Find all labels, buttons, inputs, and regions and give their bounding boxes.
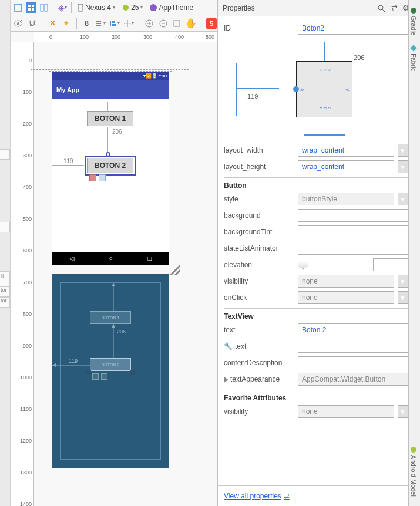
- default-margin[interactable]: 8: [82, 18, 92, 29]
- orientation-btn[interactable]: ◈▾: [57, 2, 68, 13]
- svg-point-32: [378, 5, 383, 10]
- constraint-box[interactable]: ⌄⌄⌄ ⌃⌃⌃ ››› ‹‹‹: [296, 61, 352, 117]
- bp-handle-r[interactable]: [130, 370, 135, 375]
- textappearance-input[interactable]: [298, 373, 411, 386]
- properties-header: Properties ⇄ ⚙▾ −: [218, 0, 420, 16]
- svg-point-34: [411, 8, 416, 14]
- layout-width-label: layout_width: [224, 146, 294, 154]
- blueprint-body[interactable]: BOTON 1 BOTON 2 206 119: [60, 282, 161, 460]
- bp-button1[interactable]: BOTON 1: [90, 311, 131, 324]
- nav-bar: ◁○□: [52, 252, 169, 265]
- zoom-fit-icon[interactable]: [172, 18, 183, 29]
- design-surface[interactable]: ▾📶🔋 7:00 My App BOTON 1 206 119 BOTON 2: [34, 42, 217, 506]
- layout-height-dropdown[interactable]: ▼: [398, 160, 408, 173]
- layout-height-label: layout_height: [224, 163, 294, 171]
- fav-visibility-dropdown[interactable]: ▼: [398, 405, 408, 418]
- elevation-input[interactable]: [373, 258, 408, 271]
- background-label: background: [224, 211, 294, 220]
- elevation-label: elevation: [224, 261, 294, 269]
- swap-icon[interactable]: ⇄: [389, 4, 399, 13]
- style-input[interactable]: [298, 193, 394, 205]
- fav-visibility-label: visibility: [224, 407, 294, 416]
- guidelines-icon[interactable]: ▾: [123, 18, 134, 29]
- svg-line-10: [15, 20, 22, 27]
- visibility-label: visibility: [224, 277, 294, 285]
- align-icon[interactable]: ▾: [109, 18, 120, 29]
- background-input[interactable]: [298, 209, 408, 222]
- contentdesc-input[interactable]: [298, 356, 408, 369]
- bp-warning-icon[interactable]: [92, 373, 99, 380]
- info-icon[interactable]: [99, 174, 106, 181]
- device-selector[interactable]: Nexus 4▾: [75, 4, 117, 12]
- fav-visibility-input[interactable]: [298, 405, 394, 418]
- bp-vmeasure: 206: [117, 329, 126, 335]
- infer-constraints-icon[interactable]: ✦: [61, 18, 72, 29]
- svg-marker-27: [112, 283, 115, 286]
- id-input[interactable]: [298, 22, 420, 35]
- properties-title: Properties: [223, 4, 255, 12]
- text2-input[interactable]: [298, 340, 408, 353]
- zoom-in-icon[interactable]: [144, 18, 154, 29]
- device-preview: ▾📶🔋 7:00 My App BOTON 1 206 119 BOTON 2: [52, 72, 169, 265]
- resize-handle-icon[interactable]: [169, 265, 180, 275]
- elevation-slider-thumb[interactable]: [298, 261, 308, 269]
- style-dropdown[interactable]: ▼: [398, 193, 408, 205]
- clear-constraints-icon[interactable]: ✕: [47, 18, 58, 29]
- svg-marker-29: [112, 324, 115, 328]
- selection-handle-top[interactable]: [106, 152, 110, 157]
- bp-handle-l[interactable]: [86, 370, 91, 375]
- visibility-dropdown[interactable]: ▼: [398, 275, 408, 288]
- layout-width-input[interactable]: [298, 144, 394, 157]
- onclick-dropdown[interactable]: ▼: [398, 291, 408, 304]
- cutoff-panel-e: tor: [0, 297, 10, 308]
- android-model-tab[interactable]: Android Model: [409, 441, 418, 501]
- device-body[interactable]: BOTON 1 206 119 BOTON 2: [52, 99, 169, 252]
- right-tool-tabs: Gradle Fabric Android Model: [408, 0, 420, 506]
- api-level: 25: [131, 4, 139, 12]
- section-textview: TextView: [224, 308, 420, 322]
- status-time: 7:00: [157, 73, 167, 79]
- bp-button2[interactable]: BOTON 2: [90, 358, 131, 371]
- section-button: Button: [224, 177, 420, 191]
- text-input[interactable]: [298, 323, 408, 336]
- both-view-btn[interactable]: [39, 2, 49, 13]
- button1-preview[interactable]: BOTON 1: [87, 111, 133, 126]
- svg-rect-7: [78, 4, 83, 11]
- pan-icon[interactable]: ✋: [186, 18, 196, 29]
- onclick-input[interactable]: [298, 291, 394, 304]
- view-all-properties-link[interactable]: View all properties⇄: [218, 485, 420, 506]
- layout-height-input[interactable]: [298, 160, 394, 173]
- left-gutter: [0, 0, 11, 506]
- warning-icon[interactable]: [89, 174, 96, 181]
- constraint-left-anchor[interactable]: [293, 86, 299, 92]
- pack-icon[interactable]: ▾: [95, 18, 106, 29]
- layout-width-dropdown[interactable]: ▼: [398, 144, 408, 157]
- zoom-out-icon[interactable]: [158, 18, 169, 29]
- backgroundtint-input[interactable]: [298, 225, 408, 238]
- blueprint-view-btn[interactable]: [26, 2, 36, 13]
- textappearance-label: ▶textAppearance: [224, 375, 294, 383]
- visibility-input[interactable]: [298, 275, 394, 288]
- api-selector[interactable]: 25▾: [120, 4, 145, 12]
- magnet-icon[interactable]: [27, 18, 38, 29]
- search-icon[interactable]: [377, 4, 386, 13]
- bp-info-icon[interactable]: [101, 373, 107, 380]
- section-favorites: Favorite Attributes: [224, 390, 420, 403]
- statelistanimator-label: stateListAnimator: [224, 244, 294, 252]
- eye-icon[interactable]: [13, 18, 23, 29]
- backgroundtint-label: backgroundTint: [224, 228, 294, 236]
- diagram-left-val: 119: [247, 93, 258, 100]
- layout-editor-toolbar: ◈▾ Nexus 4▾ 25▾ AppTheme: [0, 0, 217, 15]
- svg-line-33: [382, 9, 385, 12]
- design-view-btn[interactable]: [13, 2, 23, 13]
- svg-rect-2: [32, 5, 34, 7]
- gradle-tab[interactable]: Gradle: [409, 2, 418, 40]
- statelistanimator-input[interactable]: [298, 242, 408, 255]
- button2-preview[interactable]: BOTON 2: [87, 158, 133, 173]
- error-badge[interactable]: 5: [206, 18, 217, 29]
- constraint-diagram[interactable]: 206 119 ⌄⌄⌄ ⌃⌃⌃ ››› ‹‹‹: [224, 36, 420, 142]
- elevation-slider-track[interactable]: [312, 265, 369, 265]
- diagram-top-val: 206: [354, 54, 364, 61]
- fabric-tab[interactable]: Fabric: [409, 40, 418, 76]
- theme-selector[interactable]: AppTheme: [147, 4, 196, 12]
